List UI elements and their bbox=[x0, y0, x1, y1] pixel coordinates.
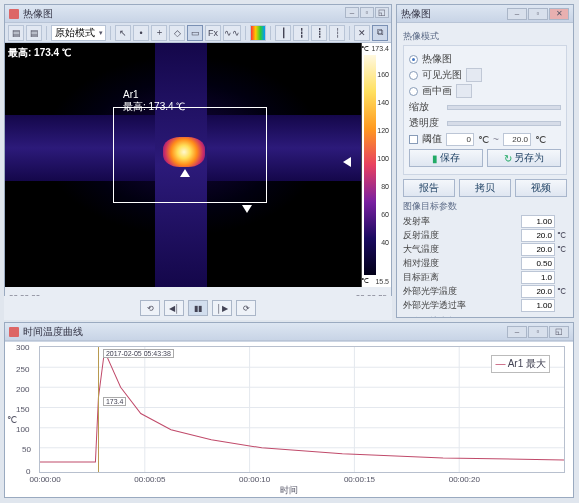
cfg-icon[interactable]: ⧉ bbox=[372, 25, 388, 41]
step-back-button[interactable]: ◀│ bbox=[164, 300, 184, 316]
min-marker-icon bbox=[242, 205, 252, 213]
anno-value: 173.4 bbox=[103, 397, 127, 406]
chart-titlebar: 时间温度曲线 – ▫ ◱ bbox=[5, 323, 573, 341]
section-params: 图像目标参数 bbox=[403, 200, 567, 213]
section-mode: 热像模式 bbox=[403, 30, 567, 43]
step-fwd-button[interactable]: │▶ bbox=[212, 300, 232, 316]
left-min[interactable]: – bbox=[345, 7, 359, 18]
saveas-button[interactable]: ↻另存为 bbox=[487, 149, 561, 167]
thresh-check[interactable] bbox=[409, 135, 418, 144]
distance-input[interactable]: 1.0 bbox=[521, 271, 555, 284]
copy-button[interactable]: 拷贝 bbox=[459, 179, 511, 197]
cursor-icon[interactable]: ↖ bbox=[115, 25, 131, 41]
opt-icon[interactable]: ✕ bbox=[354, 25, 370, 41]
thermal-view[interactable]: 最高: 173.4 ℃ Ar1 最高: 173.4 ℃ bbox=[5, 43, 361, 287]
left-max[interactable]: ▫ bbox=[360, 7, 374, 18]
toolbar: ▤ ▤ 原始模式 ↖ • ＋ ◇ ▭ Fx ∿∿ ┃ ┇ ┋ ┆ ✕ ⧉ bbox=[5, 23, 391, 43]
ext-trans-input[interactable]: 1.00 bbox=[521, 299, 555, 312]
cross-icon[interactable]: ＋ bbox=[151, 25, 167, 41]
iso2-icon[interactable]: ┇ bbox=[293, 25, 309, 41]
anno-timestamp: 2017-02-05 05:43:38 bbox=[103, 349, 174, 358]
poly-icon[interactable]: ◇ bbox=[169, 25, 185, 41]
thresh-lo-input[interactable]: 0 bbox=[446, 133, 474, 146]
emissivity-input[interactable]: 1.00 bbox=[521, 215, 555, 228]
side-marker-icon bbox=[343, 157, 351, 167]
scrub-line[interactable] bbox=[98, 347, 99, 472]
app-icon bbox=[9, 9, 19, 19]
global-max-label: 最高: 173.4 ℃ bbox=[8, 46, 71, 60]
rect-icon[interactable]: ▭ bbox=[187, 25, 203, 41]
iso1-icon[interactable]: ┃ bbox=[275, 25, 291, 41]
radio-thermal[interactable] bbox=[409, 55, 418, 64]
chart-area: ℃ 时间 2017-02-05 05:43:38 173.4 — Ar1 最大 … bbox=[5, 341, 573, 497]
loop-button[interactable]: ⟳ bbox=[236, 300, 256, 316]
zoom-slider[interactable] bbox=[447, 105, 561, 110]
chart-icon bbox=[9, 327, 19, 337]
point-icon[interactable]: • bbox=[133, 25, 149, 41]
left-titlebar: 热像图 – ▫ ◱ bbox=[5, 5, 391, 23]
humidity-input[interactable]: 0.50 bbox=[521, 257, 555, 270]
chart-rest[interactable]: ◱ bbox=[549, 326, 569, 338]
cbar-bot: 15.5 bbox=[375, 278, 389, 285]
pause-button[interactable]: ▮▮ bbox=[188, 300, 208, 316]
legend: — Ar1 最大 bbox=[491, 355, 550, 373]
cbar-top: 173.4 bbox=[371, 45, 389, 52]
color-scale: 173.4 ℃ 160 140 120 100 80 60 40 15.5 ℃ bbox=[361, 43, 391, 287]
save-icon[interactable]: ▤ bbox=[26, 25, 42, 41]
roi-rect[interactable] bbox=[113, 107, 267, 203]
right-close[interactable]: ✕ bbox=[549, 8, 569, 20]
chart-min[interactable]: – bbox=[507, 326, 527, 338]
free-icon[interactable]: ∿∿ bbox=[223, 25, 241, 41]
save-button[interactable]: ▮保存 bbox=[409, 149, 483, 167]
atm-temp-input[interactable]: 20.0 bbox=[521, 243, 555, 256]
radio-visible[interactable] bbox=[409, 71, 418, 80]
chart-title: 时间温度曲线 bbox=[23, 325, 83, 339]
section-env: 图像环境参数 bbox=[403, 315, 567, 317]
radio-pip[interactable] bbox=[409, 87, 418, 96]
iso4-icon[interactable]: ┆ bbox=[329, 25, 345, 41]
pip-pick-icon[interactable] bbox=[456, 84, 472, 98]
right-titlebar: 热像图 – ▫ ✕ bbox=[397, 5, 573, 23]
video-button[interactable]: 视频 bbox=[515, 179, 567, 197]
thresh-hi-input[interactable]: 20.0 bbox=[503, 133, 531, 146]
iso3-icon[interactable]: ┋ bbox=[311, 25, 327, 41]
right-max[interactable]: ▫ bbox=[528, 8, 548, 20]
max-marker-icon bbox=[180, 169, 190, 177]
trans-slider[interactable] bbox=[447, 121, 561, 126]
mode-select-label: 原始模式 bbox=[55, 26, 95, 40]
y-axis-label: ℃ bbox=[7, 415, 17, 425]
fx-icon[interactable]: Fx bbox=[205, 25, 221, 41]
reflect-temp-input[interactable]: 20.0 bbox=[521, 229, 555, 242]
chart-max[interactable]: ▫ bbox=[528, 326, 548, 338]
ext-temp-input[interactable]: 20.0 bbox=[521, 285, 555, 298]
right-min[interactable]: – bbox=[507, 8, 527, 20]
left-rest[interactable]: ◱ bbox=[375, 7, 389, 18]
open-icon[interactable]: ▤ bbox=[8, 25, 24, 41]
vis-pick-icon[interactable] bbox=[466, 68, 482, 82]
report-button[interactable]: 报告 bbox=[403, 179, 455, 197]
left-title: 热像图 bbox=[23, 7, 53, 21]
plot[interactable]: 2017-02-05 05:43:38 173.4 — Ar1 最大 300 2… bbox=[39, 346, 565, 473]
mode-select[interactable]: 原始模式 bbox=[51, 25, 106, 41]
x-axis-label: 时间 bbox=[280, 484, 298, 497]
right-title: 热像图 bbox=[401, 7, 431, 21]
palette-icon[interactable] bbox=[250, 25, 266, 41]
rewind-button[interactable]: ⟲ bbox=[140, 300, 160, 316]
